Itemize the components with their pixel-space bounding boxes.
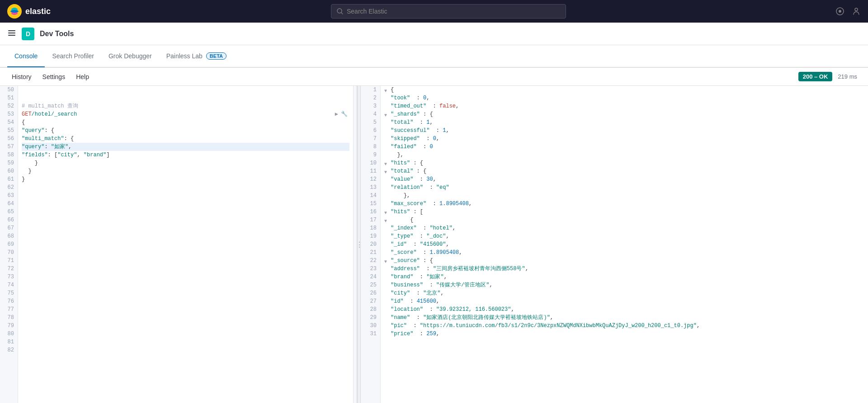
output-line-number: 7 <box>361 135 380 143</box>
output-line-number: 9 <box>361 151 380 159</box>
editor-code-line <box>22 289 349 297</box>
output-line-number: 19 <box>361 232 380 240</box>
output-line-number: 14 <box>361 192 380 200</box>
output-code-line: "value" : 30, <box>384 175 864 183</box>
editor-code-line: "fields": ["city", "brand"] <box>22 151 349 159</box>
output-code-line: ▼{ <box>384 86 864 94</box>
settings-button[interactable]: Settings <box>38 71 70 82</box>
beta-badge: BETA <box>206 52 226 60</box>
output-line-number: 8 <box>361 143 380 151</box>
editor-code-line <box>22 248 349 257</box>
editor-code-line <box>22 183 349 192</box>
editor-code-line <box>22 216 349 224</box>
editor-line-number: 63 <box>0 192 18 200</box>
editor-code-line <box>22 330 349 338</box>
editor-line-number: 52 <box>0 102 18 110</box>
editor-line-number: 74 <box>0 281 18 289</box>
editor-line-number: 75 <box>0 289 18 297</box>
editor-line-number: 69 <box>0 240 18 248</box>
editor-code-area[interactable]: # multi_match 查询GET /hotel/_search ▶ 🔧 {… <box>18 86 353 403</box>
run-icon[interactable]: ▶ <box>335 110 338 118</box>
editor-code-line: } <box>22 159 349 167</box>
fold-icon[interactable]: ▼ <box>384 209 390 215</box>
editor-line-number: 54 <box>0 118 18 127</box>
fold-icon[interactable]: ▼ <box>384 112 390 117</box>
search-icon <box>337 8 343 14</box>
output-code-line: ▼ "_shards" : { <box>384 110 864 118</box>
tab-painless-lab[interactable]: Painless Lab BETA <box>159 46 234 67</box>
breadcrumb-title: Dev Tools <box>40 30 74 38</box>
output-line-number: 2 <box>361 94 380 102</box>
output-line-number: 17 <box>361 216 380 224</box>
editor-line-number: 73 <box>0 273 18 281</box>
output-panel: 1234567891011121314151617181920212223242… <box>361 86 868 403</box>
editor-line-number: 82 <box>0 346 18 354</box>
user-icon[interactable] <box>852 7 861 16</box>
fold-icon[interactable]: ▼ <box>384 217 390 223</box>
output-code-line: ▼ "hits" : { <box>384 159 864 167</box>
svg-line-5 <box>341 13 343 14</box>
editor-line-number: 68 <box>0 232 18 240</box>
fold-icon[interactable]: ▼ <box>384 160 390 166</box>
fold-icon[interactable]: ▼ <box>384 87 390 93</box>
editor-code-line: { <box>22 118 349 127</box>
svg-rect-8 <box>8 30 15 31</box>
output-line-number: 3 <box>361 102 380 110</box>
editor-panel[interactable]: 5051525354555657585960616263646566676869… <box>0 86 357 403</box>
editor-line-number: 67 <box>0 224 18 232</box>
output-line-number: 25 <box>361 281 380 289</box>
editor-code-line: } <box>22 167 349 175</box>
output-line-number: 30 <box>361 322 380 330</box>
output-line-number: 1 <box>361 86 380 94</box>
tab-search-profiler[interactable]: Search Profiler <box>45 46 101 67</box>
output-code-line: "pic" : "https://m.tuniucdn.com/fb3/s1/2… <box>384 322 864 330</box>
editor-line-number: 72 <box>0 265 18 273</box>
top-bar-icons <box>835 7 861 16</box>
output-line-number: 16 <box>361 208 380 216</box>
editor-code-line <box>22 322 349 330</box>
output-code-line: }, <box>384 192 864 200</box>
editor-code-line: "multi_match": { <box>22 135 349 143</box>
output-code-line: ▼ "total" : { <box>384 167 864 175</box>
output-line-numbers: 1234567891011121314151617181920212223242… <box>361 86 381 403</box>
svg-rect-9 <box>8 33 15 33</box>
time-badge: 219 ms <box>834 73 861 80</box>
editor-code-line <box>22 232 349 240</box>
search-bar-container: Search Elastic <box>69 4 828 19</box>
editor-code-line <box>22 192 349 200</box>
tab-grok-debugger[interactable]: Grok Debugger <box>101 46 159 67</box>
output-code-line: "city" : "北京", <box>384 289 864 297</box>
tab-console[interactable]: Console <box>7 46 45 67</box>
output-code-line: ▼ "_source" : { <box>384 257 864 265</box>
editor-scrollbar[interactable] <box>353 86 357 403</box>
hamburger-icon[interactable] <box>7 28 16 39</box>
output-line-number: 22 <box>361 257 380 265</box>
editor-code-line <box>22 314 349 322</box>
output-line-number: 28 <box>361 305 380 314</box>
output-code-area: ▼{ "took" : 0, "timed_out" : false,▼ "_s… <box>381 86 868 403</box>
editor-code-line <box>22 240 349 248</box>
tabs-bar: Console Search Profiler Grok Debugger Pa… <box>0 45 868 68</box>
output-code-line: "_index" : "hotel", <box>384 224 864 232</box>
editor-line-number: 50 <box>0 86 18 94</box>
history-button[interactable]: History <box>7 71 36 82</box>
help-button[interactable]: Help <box>71 71 94 82</box>
search-placeholder: Search Elastic <box>347 8 387 15</box>
output-line-number: 18 <box>361 224 380 232</box>
svg-point-7 <box>839 10 841 13</box>
output-code-line: "_id" : "415600", <box>384 240 864 248</box>
output-code-line: "max_score" : 1.8905408, <box>384 200 864 208</box>
editor-line-number: 76 <box>0 297 18 305</box>
wrench-icon[interactable]: 🔧 <box>341 110 348 118</box>
output-line-number: 6 <box>361 127 380 135</box>
editor-line-number: 66 <box>0 216 18 224</box>
fold-icon[interactable]: ▼ <box>384 258 390 263</box>
editor-code-line <box>22 338 349 346</box>
fold-icon[interactable]: ▼ <box>384 169 390 174</box>
output-code-line: ▼ "hits" : [ <box>384 208 864 216</box>
output-code-line: "relation" : "eq" <box>384 183 864 192</box>
panel-resizer[interactable]: ⋮ <box>357 86 361 403</box>
editor-code-line: GET /hotel/_search ▶ 🔧 <box>22 110 349 118</box>
search-bar[interactable]: Search Elastic <box>331 4 566 19</box>
notifications-icon[interactable] <box>835 7 844 16</box>
